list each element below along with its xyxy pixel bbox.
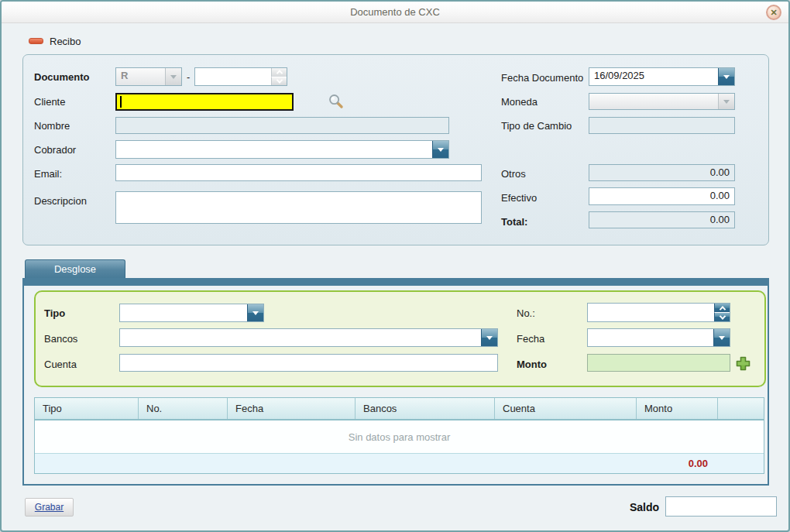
documento-separator: - (187, 71, 190, 83)
tab-desglose[interactable]: Desglose (25, 259, 125, 278)
window-title: Documento de CXC (2, 2, 788, 22)
dropdown-arrow-icon (718, 94, 734, 109)
otros-input: 0.00 (589, 164, 735, 181)
email-label: Email: (34, 168, 62, 180)
email-input[interactable] (115, 164, 482, 181)
grabar-button[interactable]: Grabar (25, 498, 74, 517)
column-header-monto[interactable]: Monto (636, 398, 717, 419)
fecha-documento-label: Fecha Documento (501, 72, 583, 84)
section-title: Recibo (50, 36, 81, 47)
title-bar: Documento de CXC ✕ (2, 2, 788, 23)
column-header-fecha[interactable]: Fecha (227, 398, 355, 419)
moneda-select (589, 93, 735, 110)
tipo-label: Tipo (44, 307, 65, 319)
column-header-cuenta[interactable]: Cuenta (494, 398, 636, 419)
column-header-tipo[interactable]: Tipo (35, 398, 138, 419)
cobrador-select[interactable] (115, 140, 449, 159)
close-button[interactable]: ✕ (766, 5, 781, 20)
empty-message: Sin datos para mostrar (349, 431, 451, 443)
detail-table: Tipo No. Fecha Bancos Cuenta Monto Sin d… (34, 397, 764, 474)
tipo-de-cambio-label: Tipo de Cambio (501, 120, 572, 132)
fecha-select[interactable] (587, 328, 730, 347)
cobrador-value (116, 141, 432, 158)
moneda-label: Moneda (501, 96, 538, 108)
dropdown-arrow-icon (247, 304, 263, 321)
documento-number-spinner[interactable] (194, 67, 287, 86)
tipo-select[interactable] (119, 304, 264, 322)
bancos-label: Bancos (44, 333, 77, 345)
table-footer-row: 0.00 (35, 453, 764, 473)
descripcion-label: Descripcion (34, 195, 87, 207)
tipo-value (120, 304, 247, 321)
dropdown-arrow-icon (432, 141, 448, 158)
chevron-up-icon (719, 306, 725, 312)
documento-prefix-value: R (116, 68, 165, 85)
column-header-actions[interactable] (717, 398, 764, 419)
moneda-value (589, 94, 718, 109)
efectivo-input[interactable]: 0.00 (589, 187, 735, 205)
column-header-bancos[interactable]: Bancos (355, 398, 494, 419)
table-empty-row: Sin datos para mostrar (35, 420, 764, 453)
fecha-label: Fecha (517, 333, 544, 345)
cuenta-label: Cuenta (44, 359, 77, 370)
cliente-input[interactable] (115, 93, 294, 111)
monto-label: Monto (517, 359, 547, 370)
dropdown-arrow-icon (165, 68, 181, 85)
spinner-up-button[interactable] (271, 68, 287, 77)
no-value (588, 304, 714, 321)
search-icon[interactable] (328, 93, 344, 109)
total-input: 0.00 (589, 211, 735, 228)
tipo-de-cambio-input (589, 117, 735, 134)
documento-label: Documento (34, 71, 90, 83)
total-label: Total: (501, 216, 527, 228)
fecha-documento-select[interactable]: 16/09/2025 (589, 67, 735, 86)
cobrador-label: Cobrador (34, 144, 76, 156)
grabar-label: Grabar (35, 502, 64, 513)
spinner-up-button[interactable] (714, 304, 730, 312)
otros-label: Otros (501, 168, 526, 180)
table-total: 0.00 (636, 458, 717, 469)
saldo-input[interactable] (665, 496, 777, 517)
no-spinner[interactable] (587, 303, 730, 322)
chevron-down-icon (719, 313, 725, 319)
recibo-icon (29, 38, 43, 44)
dropdown-arrow-icon (713, 329, 730, 346)
nombre-input (115, 117, 449, 134)
add-row-button[interactable] (735, 355, 751, 372)
dropdown-arrow-icon (718, 68, 734, 85)
monto-input[interactable] (587, 354, 730, 372)
saldo-label: Saldo (630, 501, 659, 513)
dropdown-arrow-icon (481, 329, 497, 346)
bancos-value (120, 329, 481, 346)
chevron-down-icon (276, 77, 282, 83)
fecha-value (588, 329, 713, 346)
bancos-select[interactable] (119, 328, 498, 347)
cliente-label: Cliente (34, 96, 65, 108)
efectivo-label: Efectivo (501, 192, 537, 204)
column-header-no[interactable]: No. (138, 398, 227, 419)
nombre-label: Nombre (34, 120, 70, 132)
dialog-window: Documento de CXC ✕ Recibo Documento R - … (0, 0, 790, 532)
documento-number-value (195, 68, 271, 85)
cuenta-input[interactable] (119, 354, 498, 372)
no-label: No.: (517, 307, 535, 319)
table-header-row: Tipo No. Fecha Bancos Cuenta Monto (35, 398, 764, 420)
spinner-down-button[interactable] (271, 77, 287, 86)
fecha-documento-value: 16/09/2025 (589, 68, 718, 85)
spinner-down-button[interactable] (714, 312, 730, 321)
text-cursor (120, 96, 122, 108)
documento-prefix-select: R (115, 67, 182, 86)
descripcion-textarea[interactable] (115, 191, 482, 224)
